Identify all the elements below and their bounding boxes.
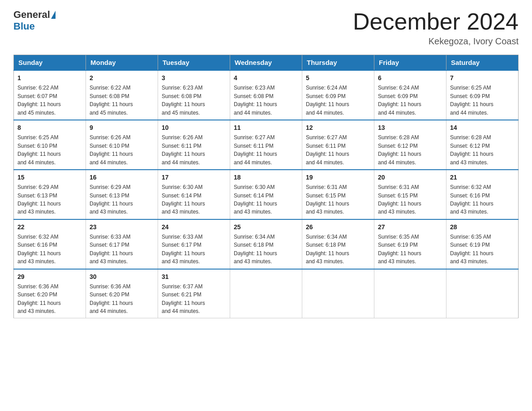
table-row: [302, 269, 374, 318]
table-row: 6 Sunrise: 6:24 AMSunset: 6:09 PMDayligh…: [374, 70, 446, 120]
day-info: Sunrise: 6:28 AMSunset: 6:12 PMDaylight:…: [378, 134, 421, 165]
day-info: Sunrise: 6:34 AMSunset: 6:18 PMDaylight:…: [306, 234, 349, 265]
day-info: Sunrise: 6:25 AMSunset: 6:10 PMDaylight:…: [17, 134, 61, 165]
calendar-header-row: Sunday Monday Tuesday Wednesday Thursday…: [14, 55, 519, 71]
day-number: 22: [17, 223, 82, 231]
header-wednesday: Wednesday: [230, 55, 302, 71]
calendar-week-row: 22 Sunrise: 6:32 AMSunset: 6:16 PMDaylig…: [14, 219, 519, 269]
calendar-week-row: 1 Sunrise: 6:22 AMSunset: 6:07 PMDayligh…: [14, 70, 519, 120]
table-row: 28 Sunrise: 6:35 AMSunset: 6:19 PMDaylig…: [446, 219, 519, 269]
table-row: 14 Sunrise: 6:28 AMSunset: 6:12 PMDaylig…: [446, 120, 519, 170]
table-row: 5 Sunrise: 6:24 AMSunset: 6:09 PMDayligh…: [302, 70, 374, 120]
table-row: 19 Sunrise: 6:31 AMSunset: 6:15 PMDaylig…: [302, 170, 374, 219]
day-info: Sunrise: 6:32 AMSunset: 6:16 PMDaylight:…: [17, 234, 61, 265]
month-title: December 2024: [353, 9, 519, 34]
day-info: Sunrise: 6:23 AMSunset: 6:08 PMDaylight:…: [234, 85, 277, 116]
day-info: Sunrise: 6:28 AMSunset: 6:12 PMDaylight:…: [450, 134, 493, 165]
calendar-week-row: 8 Sunrise: 6:25 AMSunset: 6:10 PMDayligh…: [14, 120, 519, 170]
calendar-table: Sunday Monday Tuesday Wednesday Thursday…: [13, 55, 519, 318]
day-number: 19: [306, 173, 370, 182]
day-info: Sunrise: 6:31 AMSunset: 6:15 PMDaylight:…: [378, 184, 421, 215]
table-row: 15 Sunrise: 6:29 AMSunset: 6:13 PMDaylig…: [14, 170, 86, 219]
day-number: 12: [306, 123, 370, 132]
day-info: Sunrise: 6:29 AMSunset: 6:13 PMDaylight:…: [90, 184, 133, 215]
table-row: 24 Sunrise: 6:33 AMSunset: 6:17 PMDaylig…: [158, 219, 230, 269]
day-info: Sunrise: 6:24 AMSunset: 6:09 PMDaylight:…: [378, 85, 421, 116]
day-number: 13: [378, 123, 442, 132]
table-row: 31 Sunrise: 6:37 AMSunset: 6:21 PMDaylig…: [158, 269, 230, 318]
table-row: 26 Sunrise: 6:34 AMSunset: 6:18 PMDaylig…: [302, 219, 374, 269]
table-row: 20 Sunrise: 6:31 AMSunset: 6:15 PMDaylig…: [374, 170, 446, 219]
day-info: Sunrise: 6:34 AMSunset: 6:18 PMDaylight:…: [234, 234, 277, 265]
header-saturday: Saturday: [446, 55, 519, 71]
day-info: Sunrise: 6:30 AMSunset: 6:14 PMDaylight:…: [234, 184, 277, 215]
header-friday: Friday: [374, 55, 446, 71]
day-number: 23: [90, 223, 154, 231]
logo-general-text: General: [13, 9, 50, 21]
table-row: 27 Sunrise: 6:35 AMSunset: 6:19 PMDaylig…: [374, 219, 446, 269]
day-number: 27: [378, 223, 442, 231]
logo-blue-text: Blue: [13, 21, 35, 32]
table-row: 13 Sunrise: 6:28 AMSunset: 6:12 PMDaylig…: [374, 120, 446, 170]
day-number: 18: [234, 173, 298, 182]
day-number: 16: [90, 173, 154, 182]
title-block: December 2024 Kekegoza, Ivory Coast: [353, 9, 519, 47]
page-header: General Blue December 2024 Kekegoza, Ivo…: [13, 9, 519, 47]
table-row: 11 Sunrise: 6:27 AMSunset: 6:11 PMDaylig…: [230, 120, 302, 170]
day-number: 8: [17, 123, 82, 132]
day-info: Sunrise: 6:35 AMSunset: 6:19 PMDaylight:…: [450, 234, 493, 265]
day-number: 26: [306, 223, 370, 231]
day-number: 6: [378, 73, 442, 82]
table-row: 29 Sunrise: 6:36 AMSunset: 6:20 PMDaylig…: [14, 269, 86, 318]
day-info: Sunrise: 6:33 AMSunset: 6:17 PMDaylight:…: [90, 234, 133, 265]
day-number: 1: [17, 73, 82, 82]
day-info: Sunrise: 6:26 AMSunset: 6:11 PMDaylight:…: [162, 134, 205, 165]
day-number: 7: [450, 73, 515, 82]
day-info: Sunrise: 6:32 AMSunset: 6:16 PMDaylight:…: [450, 184, 493, 215]
day-number: 4: [234, 73, 298, 82]
day-number: 9: [90, 123, 154, 132]
table-row: [374, 269, 446, 318]
table-row: 18 Sunrise: 6:30 AMSunset: 6:14 PMDaylig…: [230, 170, 302, 219]
day-info: Sunrise: 6:30 AMSunset: 6:14 PMDaylight:…: [162, 184, 205, 215]
day-info: Sunrise: 6:31 AMSunset: 6:15 PMDaylight:…: [306, 184, 349, 215]
day-number: 25: [234, 223, 298, 231]
header-monday: Monday: [86, 55, 158, 71]
table-row: 12 Sunrise: 6:27 AMSunset: 6:11 PMDaylig…: [302, 120, 374, 170]
day-number: 14: [450, 123, 515, 132]
header-sunday: Sunday: [14, 55, 86, 71]
table-row: 9 Sunrise: 6:26 AMSunset: 6:10 PMDayligh…: [86, 120, 158, 170]
table-row: 22 Sunrise: 6:32 AMSunset: 6:16 PMDaylig…: [14, 219, 86, 269]
header-thursday: Thursday: [302, 55, 374, 71]
day-info: Sunrise: 6:26 AMSunset: 6:10 PMDaylight:…: [90, 134, 133, 165]
day-info: Sunrise: 6:37 AMSunset: 6:21 PMDaylight:…: [162, 283, 205, 314]
day-number: 15: [17, 173, 82, 182]
day-info: Sunrise: 6:24 AMSunset: 6:09 PMDaylight:…: [306, 85, 349, 116]
table-row: 1 Sunrise: 6:22 AMSunset: 6:07 PMDayligh…: [14, 70, 86, 120]
day-number: 28: [450, 223, 515, 231]
day-number: 5: [306, 73, 370, 82]
day-number: 10: [162, 123, 226, 132]
day-info: Sunrise: 6:25 AMSunset: 6:09 PMDaylight:…: [450, 85, 493, 116]
logo-triangle-icon: [51, 11, 56, 19]
day-info: Sunrise: 6:33 AMSunset: 6:17 PMDaylight:…: [162, 234, 205, 265]
calendar-week-row: 29 Sunrise: 6:36 AMSunset: 6:20 PMDaylig…: [14, 269, 519, 318]
day-number: 30: [90, 272, 154, 281]
day-number: 17: [162, 173, 226, 182]
table-row: 16 Sunrise: 6:29 AMSunset: 6:13 PMDaylig…: [86, 170, 158, 219]
day-number: 11: [234, 123, 298, 132]
table-row: 30 Sunrise: 6:36 AMSunset: 6:20 PMDaylig…: [86, 269, 158, 318]
day-info: Sunrise: 6:22 AMSunset: 6:08 PMDaylight:…: [90, 85, 133, 116]
day-info: Sunrise: 6:27 AMSunset: 6:11 PMDaylight:…: [306, 134, 349, 165]
day-info: Sunrise: 6:36 AMSunset: 6:20 PMDaylight:…: [90, 283, 133, 314]
table-row: 3 Sunrise: 6:23 AMSunset: 6:08 PMDayligh…: [158, 70, 230, 120]
location-title: Kekegoza, Ivory Coast: [353, 36, 519, 47]
header-tuesday: Tuesday: [158, 55, 230, 71]
day-info: Sunrise: 6:27 AMSunset: 6:11 PMDaylight:…: [234, 134, 277, 165]
table-row: 21 Sunrise: 6:32 AMSunset: 6:16 PMDaylig…: [446, 170, 519, 219]
table-row: [230, 269, 302, 318]
day-info: Sunrise: 6:29 AMSunset: 6:13 PMDaylight:…: [17, 184, 61, 215]
table-row: 2 Sunrise: 6:22 AMSunset: 6:08 PMDayligh…: [86, 70, 158, 120]
day-number: 21: [450, 173, 515, 182]
table-row: 8 Sunrise: 6:25 AMSunset: 6:10 PMDayligh…: [14, 120, 86, 170]
